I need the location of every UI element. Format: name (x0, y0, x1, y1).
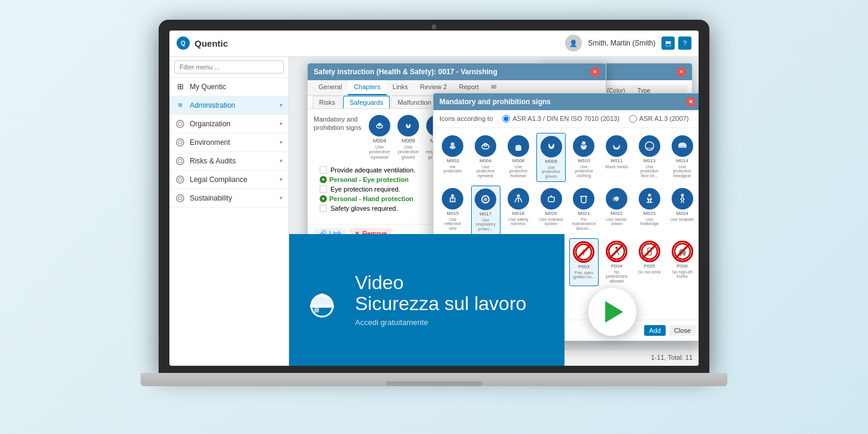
main-layout: ⊞ My Quentic ≡ Administration ▾ (169, 57, 699, 366)
sign-circle-M004 (369, 115, 390, 136)
sign-img-P005 (639, 241, 660, 262)
sidebar-item-risks-audits[interactable]: Risks & Audits ▾ (169, 152, 289, 171)
sign-M023[interactable]: M023 Use footbridge (635, 186, 664, 235)
sign-item-M004: M004 Use protective eyewear (368, 115, 391, 160)
radio-option-1[interactable]: ASR A1.3 / DIN EN ISO 7010 (2013) (502, 115, 620, 123)
sign-M014[interactable]: M014 Use protective headgear (667, 133, 697, 182)
sign-code-M021: M021 (578, 211, 590, 216)
sign-desc-M023: Use footbridge (638, 217, 662, 226)
sign-code-M009-grid: M009 (545, 159, 557, 164)
svg-point-67 (609, 244, 624, 259)
sign-code-P004: P004 (611, 263, 623, 269)
sign-P005[interactable]: P005 Do not drink (635, 238, 664, 286)
sign-img-M023 (639, 188, 660, 210)
risks-audits-label: Risks & Audits (190, 157, 275, 165)
sign-P003[interactable]: P003 Fire, open ignition so... (569, 238, 599, 286)
sign-img-M004 (475, 135, 496, 157)
ventilation-checkbox[interactable] (320, 166, 327, 174)
sign-code-M014: M014 (676, 158, 688, 163)
sign-M008[interactable]: M008 Use protective footwear (504, 133, 533, 182)
sign-M020[interactable]: M020 Use restraint system (536, 186, 566, 235)
search-input[interactable] (174, 60, 284, 74)
video-title-line2: Sicurezza sul lavoro (355, 293, 526, 314)
sign-desc-M010: Use protective clothing (572, 165, 596, 178)
sign-img-M014 (672, 135, 693, 157)
sign-M004[interactable]: M004 Use protective eyewear (471, 133, 500, 182)
sign-M018[interactable]: M018 Use safety harness (504, 186, 533, 235)
sign-desc-M024: Use footpath (670, 217, 694, 222)
sign-M024[interactable]: M024 Use footpath (667, 186, 697, 235)
svg-point-4 (177, 139, 184, 146)
sidebar-item-environment[interactable]: Environment ▾ (169, 133, 289, 152)
radio-label-2013: ASR A1.3 / DIN EN ISO 7010 (2013) (512, 115, 620, 122)
radio-asr-2007[interactable] (629, 115, 637, 123)
sidebar-item-my-quentic[interactable]: ⊞ My Quentic (169, 78, 289, 96)
modal-safety-title: Safety instruction (Health & Safety): 00… (314, 68, 497, 76)
svg-point-11 (178, 196, 182, 200)
subtab-malfunction[interactable]: Malfunction (391, 96, 438, 108)
sign-M015[interactable]: M015 Use reflective vest (438, 186, 468, 235)
content-area: Safety instruction (Health & Safety): 00… (289, 57, 699, 366)
sign-M022[interactable]: M022 Use barrier cream (602, 186, 632, 235)
laptop-outer: Q Quentic 👤 Smith, Martin (Smith) ⬒ ? (141, 20, 727, 415)
sustainability-arrow: ▾ (280, 195, 283, 201)
subtab-safeguards[interactable]: Safeguards (343, 96, 390, 108)
sign-code-M023: M023 (644, 211, 655, 216)
sustainability-label: Sustainability (190, 194, 275, 202)
sign-M011[interactable]: M011 Wash hands (602, 133, 632, 182)
radio-label-2007: ASR A1.3 (2007) (639, 115, 689, 122)
sign-code-M010: M010 (578, 158, 590, 163)
hand-protection-label: Personal - Hand protection (329, 195, 414, 202)
svg-point-51 (675, 191, 690, 207)
sidebar-item-legal-compliance[interactable]: Legal Compliance ▾ (169, 171, 289, 189)
administration-icon: ≡ (175, 101, 185, 110)
svg-point-3 (178, 122, 182, 126)
sign-M021[interactable]: M021 For maintenance discon... (569, 186, 599, 235)
tab-general[interactable]: General (312, 80, 348, 95)
sign-desc-M014: Use protective headgear (670, 165, 694, 178)
modal-signs-close[interactable]: ✕ (686, 97, 696, 107)
sign-M013[interactable]: M013 Use protective face sh... (635, 133, 664, 182)
sign-M009[interactable]: M009 Use protective gloves (536, 133, 566, 182)
help-icon[interactable]: ? (678, 37, 691, 50)
svg-point-36 (451, 194, 454, 197)
sidebar-item-administration[interactable]: ≡ Administration ▾ (169, 96, 289, 115)
sidebar-item-organization[interactable]: Organization ▾ (169, 115, 289, 133)
modal-right-close[interactable]: ✕ (676, 67, 686, 77)
modal-safety-close[interactable]: ✕ (590, 67, 600, 77)
radio-option-2[interactable]: ASR A1.3 (2007) (629, 115, 689, 123)
quentic-logo-icon: Q (177, 37, 190, 50)
sign-desc-P005: Do not drink (638, 270, 661, 275)
eye-protection-label: Personal - Eye protection (329, 176, 409, 183)
laptop-screen: Q Quentic 👤 Smith, Martin (Smith) ⬒ ? (169, 31, 699, 366)
sign-M010[interactable]: M010 Use protective clothing (569, 133, 599, 182)
sidebar-item-sustainability[interactable]: Sustainability ▾ (169, 189, 289, 208)
tab-chapters[interactable]: Chapters (348, 80, 387, 95)
legal-compliance-icon (175, 175, 185, 184)
sign-code-M009: M009 (402, 138, 415, 144)
user-name: Smith, Martin (Smith) (588, 39, 655, 47)
eye-checkbox[interactable] (320, 186, 327, 193)
svg-point-8 (177, 176, 184, 183)
sign-desc-M021: For maintenance discon... (572, 217, 596, 231)
my-quentic-icon: ⊞ (175, 82, 185, 92)
hand-checkbox[interactable] (320, 205, 327, 212)
svg-point-15 (403, 120, 414, 131)
tab-links[interactable]: Links (387, 80, 414, 95)
sign-P004[interactable]: P004 No pedestrians allowed (602, 238, 632, 286)
add-button[interactable]: Add (644, 325, 666, 336)
export-icon[interactable]: ⬒ (661, 37, 675, 50)
top-bar-icons: ⬒ ? (661, 37, 691, 50)
sustainability-icon (175, 193, 185, 203)
sign-M017[interactable]: M017 Use respiratory protec... (471, 186, 500, 235)
sign-M003[interactable]: M003 ear protection (438, 133, 468, 182)
subtab-risks[interactable]: Risks (312, 96, 342, 108)
sign-code-M020: M020 (545, 211, 557, 216)
sign-img-M010 (573, 135, 594, 157)
close-button[interactable]: Close (669, 325, 696, 336)
sign-P006[interactable]: P006 No high-lift trucks (667, 238, 697, 286)
play-button[interactable] (588, 288, 636, 336)
radio-asr-2013[interactable] (502, 115, 510, 123)
sign-img-M017 (475, 189, 496, 210)
sign-img-M003 (442, 135, 463, 157)
